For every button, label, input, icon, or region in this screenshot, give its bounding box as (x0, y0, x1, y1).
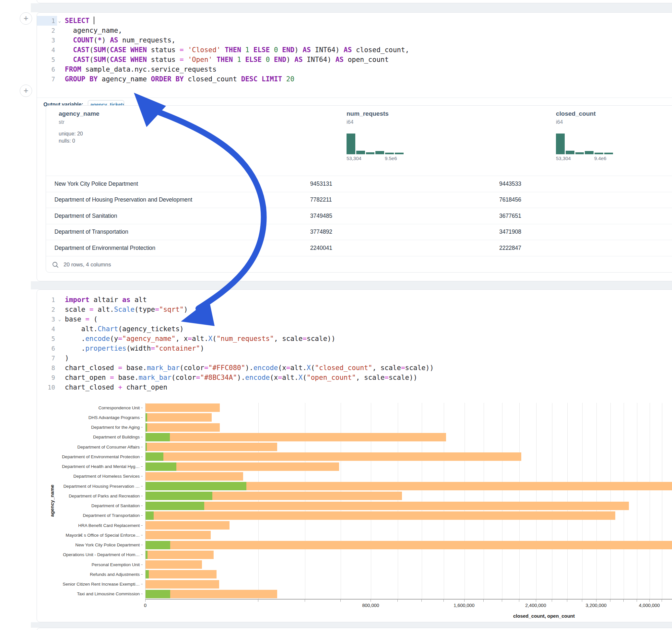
x-axis-tick (567, 600, 567, 602)
x-axis-tick (519, 600, 519, 602)
line-number: 1 (37, 295, 57, 305)
code-text: .encode(y="agency_name", x=alt.X("num_re… (57, 334, 336, 343)
gridline (371, 403, 371, 599)
histogram-bar (356, 151, 365, 154)
line-number: 4 (37, 324, 57, 334)
code-text: FROM sample_data.nyc.service_requests (57, 65, 217, 74)
code-line[interactable]: 4 CAST(SUM(CASE WHEN status = 'Closed' T… (37, 45, 672, 55)
x-axis-tick (464, 600, 464, 602)
x-axis-tick (422, 600, 422, 602)
gridline (484, 403, 484, 599)
code-line[interactable]: 6 .properties(width="container") (37, 343, 672, 353)
cell-gap (31, 622, 672, 628)
x-axis-tick (552, 600, 552, 602)
x-axis-tick (662, 600, 662, 602)
x-axis-tick (305, 600, 305, 602)
y-axis-label: Department of Consumer Affairs (37, 442, 143, 452)
table-cell: Department of Transportation (46, 228, 310, 235)
bar-open-count (146, 453, 163, 461)
code-text: COUNT(*) AS num_requests, (57, 35, 175, 45)
code-text: chart_open = base.mark_bar(color="#8BC34… (57, 373, 417, 382)
histogram-labels: 53,304 9.4e6 (556, 155, 624, 161)
x-axis-line (145, 599, 672, 600)
x-axis-tick (610, 600, 610, 602)
table-row: Department of Housing Preservation and D… (46, 192, 672, 208)
code-text: base = ( (57, 314, 98, 324)
code-line[interactable]: 10chart_closed + chart_open (37, 382, 672, 392)
y-axis-labels: Correspondence UnitDHS Advantage Program… (37, 403, 143, 599)
bar-closed-count (146, 521, 230, 530)
python-code-editor[interactable]: 1import altair as alt2scale = alt.Scale(… (37, 295, 672, 392)
table-row: Department of Transportation377489234719… (46, 224, 672, 240)
table-cell: 7782211 (310, 196, 499, 203)
code-line[interactable]: 1⌄SELECT (37, 16, 672, 26)
code-line[interactable]: 2 agency_name, (37, 26, 672, 35)
x-axis-title: closed_count, open_count (145, 613, 672, 619)
code-line[interactable]: 2scale = alt.Scale(type="sqrt") (37, 305, 672, 314)
table-row: Department of Environmental Protection22… (46, 240, 672, 256)
add-cell-button[interactable]: + (20, 84, 32, 97)
line-number: 10 (37, 382, 57, 392)
bar-closed-count (146, 404, 220, 412)
line-number: 9 (37, 373, 57, 382)
code-line[interactable]: 4 alt.Chart(agency_tickets) (37, 324, 672, 334)
y-axis-label: Taxi and Limousine Commission (37, 589, 143, 599)
x-axis-tick-label: 0 (144, 603, 146, 608)
bar-closed-count (146, 413, 212, 421)
column-dtype: str (59, 119, 99, 125)
x-axis-tick (596, 600, 597, 602)
column-header-closed-count[interactable]: closed_count i64 53,304 9.4e6 (556, 110, 624, 161)
dataframe-output: agency_name str unique: 20 nulls: 0 num_… (46, 105, 672, 272)
bar-open-count (146, 482, 246, 490)
gridline (567, 403, 568, 599)
table-cell: Department of Housing Preservation and D… (46, 196, 310, 203)
bar-closed-count (146, 531, 211, 539)
fold-chevron-icon[interactable]: ⌄ (58, 16, 61, 26)
y-axis-label: Refunds and Adjustments (37, 570, 143, 579)
column-header-num-requests[interactable]: num_requests i64 53,304 9.5e6 (346, 110, 415, 161)
next-cell-edge (37, 628, 672, 630)
code-line[interactable]: 9chart_open = base.mark_bar(color="#8BC3… (37, 373, 672, 382)
bar-open-count (146, 413, 147, 421)
y-axis-label: Correspondence Unit (37, 403, 143, 413)
code-line[interactable]: 6FROM sample_data.nyc.service_requests (37, 65, 672, 74)
column-header-agency-name[interactable]: agency_name str unique: 20 nulls: 0 (59, 110, 99, 144)
code-line[interactable]: 1import altair as alt (37, 295, 672, 305)
table-cell: New York City Police Department (46, 180, 310, 187)
column-title: closed_count (556, 110, 624, 117)
line-number: 5 (37, 55, 57, 65)
search-icon[interactable] (52, 261, 59, 268)
code-line[interactable]: 3 COUNT(*) AS num_requests, (37, 35, 672, 45)
histogram-bar (566, 151, 574, 154)
y-axis-label: Personal Exemption Unit (37, 560, 143, 570)
line-number: 2 (37, 26, 57, 35)
line-number: 7 (37, 74, 57, 84)
code-line[interactable]: 5 CAST(SUM(CASE WHEN status = 'Open' THE… (37, 55, 672, 65)
gridline (552, 403, 552, 599)
fold-chevron-icon[interactable]: ⌄ (58, 314, 61, 324)
histogram-bar (575, 152, 584, 154)
gridline (502, 403, 502, 599)
x-axis-tick (145, 600, 146, 602)
table-cell: 2240041 (310, 245, 499, 251)
code-text: CAST(SUM(CASE WHEN status = 'Closed' THE… (57, 45, 409, 55)
x-axis-tick-label: 2,400,000 (525, 603, 546, 608)
x-axis-tick-label: 1,600,000 (454, 603, 475, 608)
sql-code-editor[interactable]: 1⌄SELECT 2 agency_name,3 COUNT(*) AS num… (37, 16, 672, 84)
table-cell: 3677651 (499, 213, 672, 219)
code-line[interactable]: 8chart_closed = base.mark_bar(color="#FF… (37, 363, 672, 373)
bar-closed-count (146, 502, 629, 510)
add-cell-button[interactable]: + (20, 12, 32, 25)
y-axis-label: Department of Housing Preservation … (37, 481, 143, 491)
code-line[interactable]: 3⌄base = ( (37, 314, 672, 324)
table-header-row: agency_name str unique: 20 nulls: 0 num_… (46, 106, 672, 176)
code-line[interactable]: 7GROUP BY agency_name ORDER BY closed_co… (37, 74, 672, 84)
code-line[interactable]: 5 .encode(y="agency_name", x=alt.X("num_… (37, 334, 672, 343)
gridline (422, 403, 422, 599)
histogram-bar (385, 153, 394, 154)
table-cell: 9453131 (310, 180, 499, 187)
table-cell: 3774892 (310, 228, 499, 235)
table-cell: 9443533 (499, 180, 672, 187)
x-axis-tick (582, 600, 582, 602)
code-line[interactable]: 7) (37, 353, 672, 363)
